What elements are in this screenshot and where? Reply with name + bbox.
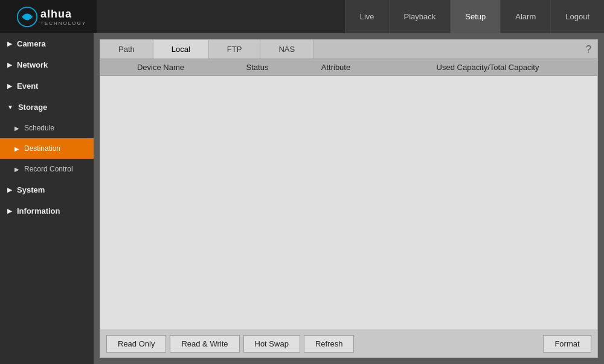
logo-subtext: TECHNOLOGY <box>40 21 86 26</box>
sidebar-item-system[interactable]: ▶ System <box>0 179 94 200</box>
sidebar-item-system-label: System <box>17 185 45 194</box>
header: alhua TECHNOLOGY Live Playback Setup Ala… <box>0 0 604 33</box>
sidebar-item-information[interactable]: ▶ Information <box>0 200 94 222</box>
information-arrow-icon: ▶ <box>7 208 12 214</box>
system-arrow-icon: ▶ <box>7 187 12 193</box>
col-capacity: Used Capacity/Total Capacity <box>378 63 597 72</box>
help-icon[interactable]: ? <box>580 40 597 59</box>
sidebar-item-event[interactable]: ▶ Event <box>0 75 94 97</box>
sidebar-item-schedule[interactable]: ▶ Schedule <box>0 118 94 138</box>
sidebar-item-record-control-label: Record Control <box>24 165 73 173</box>
destination-arrow-icon: ▶ <box>14 145 19 152</box>
tab-bar: Path Local FTP NAS ? <box>100 40 597 59</box>
table-header: Device Name Status Attribute Used Capaci… <box>100 59 597 76</box>
sidebar-item-camera-label: Camera <box>17 39 46 48</box>
tab-path[interactable]: Path <box>100 40 153 59</box>
sidebar-item-destination[interactable]: ▶ Destination <box>0 138 94 159</box>
read-write-button[interactable]: Read & Write <box>170 335 239 353</box>
logo-text: alhua <box>40 8 86 21</box>
sidebar-item-storage[interactable]: ▼ Storage <box>0 97 94 118</box>
content-panel: Path Local FTP NAS ? Device Name Status … <box>100 39 598 358</box>
schedule-arrow-icon: ▶ <box>14 125 19 132</box>
sidebar-item-camera[interactable]: ▶ Camera <box>0 33 94 54</box>
tab-nas[interactable]: NAS <box>260 40 313 59</box>
sidebar-item-record-control[interactable]: ▶ Record Control <box>0 159 94 179</box>
sidebar: ▶ Camera ▶ Network ▶ Event ▼ Storage ▶ S… <box>0 33 94 364</box>
sidebar-item-network[interactable]: ▶ Network <box>0 54 94 75</box>
tab-playback[interactable]: Playback <box>389 0 451 33</box>
main-layout: ▶ Camera ▶ Network ▶ Event ▼ Storage ▶ S… <box>0 33 604 364</box>
col-status: Status <box>221 63 294 72</box>
tab-ftp[interactable]: FTP <box>209 40 261 59</box>
tab-local[interactable]: Local <box>153 40 209 59</box>
sidebar-item-schedule-label: Schedule <box>24 124 54 132</box>
logo-area: alhua TECHNOLOGY <box>0 0 97 33</box>
record-control-arrow-icon: ▶ <box>14 166 19 173</box>
hot-swap-button[interactable]: Hot Swap <box>243 335 300 353</box>
network-arrow-icon: ▶ <box>7 62 12 68</box>
table-body[interactable] <box>100 76 597 330</box>
action-bar: Read Only Read & Write Hot Swap Refresh … <box>100 330 597 357</box>
sidebar-item-event-label: Event <box>17 81 38 91</box>
tab-live[interactable]: Live <box>345 0 389 33</box>
camera-arrow-icon: ▶ <box>7 40 12 47</box>
format-button[interactable]: Format <box>543 335 591 353</box>
nav-tabs: Live Playback Setup Alarm Logout <box>345 0 604 33</box>
content-area: Path Local FTP NAS ? Device Name Status … <box>94 33 604 364</box>
sidebar-item-storage-label: Storage <box>18 103 47 112</box>
sidebar-item-network-label: Network <box>17 60 48 69</box>
storage-arrow-icon: ▼ <box>7 104 13 110</box>
event-arrow-icon: ▶ <box>7 83 12 89</box>
col-device-name: Device Name <box>100 63 221 72</box>
sidebar-item-destination-label: Destination <box>24 144 60 153</box>
tab-logout[interactable]: Logout <box>550 0 604 33</box>
sidebar-item-information-label: Information <box>17 206 60 216</box>
tab-setup[interactable]: Setup <box>450 0 500 33</box>
refresh-button[interactable]: Refresh <box>304 335 355 353</box>
tab-alarm[interactable]: Alarm <box>500 0 550 33</box>
dahua-logo-icon <box>16 6 38 28</box>
read-only-button[interactable]: Read Only <box>106 335 166 353</box>
col-attribute: Attribute <box>294 63 378 72</box>
